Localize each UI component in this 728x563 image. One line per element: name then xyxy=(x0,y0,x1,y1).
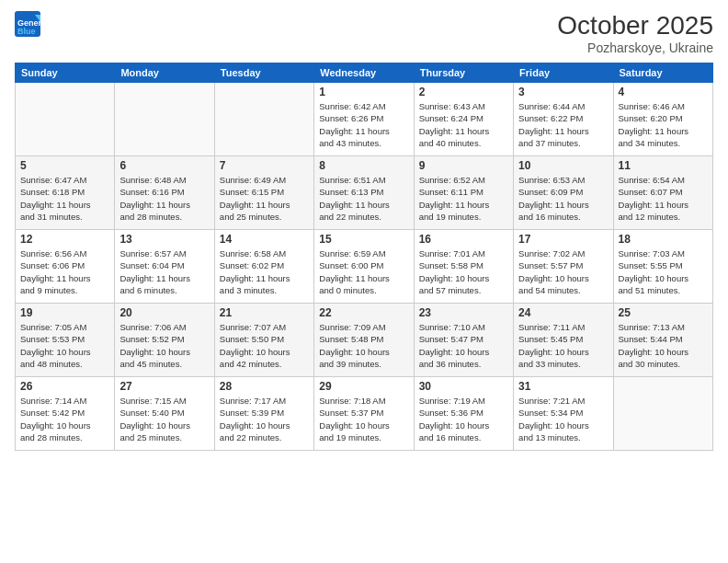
day-number: 5 xyxy=(20,159,109,172)
day-number: 3 xyxy=(518,86,608,98)
calendar: SundayMondayTuesdayWednesdayThursdayFrid… xyxy=(15,63,713,451)
day-number: 13 xyxy=(119,233,209,246)
calendar-cell: 1Sunrise: 6:42 AMSunset: 6:26 PMDaylight… xyxy=(314,83,414,156)
calendar-cell: 31Sunrise: 7:21 AMSunset: 5:34 PMDayligh… xyxy=(514,377,613,451)
calendar-cell: 9Sunrise: 6:52 AMSunset: 6:11 PMDaylight… xyxy=(414,156,513,230)
day-number: 30 xyxy=(419,380,508,393)
day-number: 20 xyxy=(119,306,209,319)
logo: General Blue xyxy=(15,11,42,42)
day-info: Sunrise: 6:47 AMSunset: 6:18 PMDaylight:… xyxy=(20,174,109,223)
day-info: Sunrise: 7:11 AMSunset: 5:45 PMDaylight:… xyxy=(518,321,608,370)
day-info: Sunrise: 7:19 AMSunset: 5:36 PMDaylight:… xyxy=(419,395,508,443)
weekday-monday: Monday xyxy=(115,63,214,83)
week-row-5: 26Sunrise: 7:14 AMSunset: 5:42 PMDayligh… xyxy=(16,377,713,451)
day-info: Sunrise: 7:05 AMSunset: 5:53 PMDaylight:… xyxy=(20,321,109,370)
day-number: 24 xyxy=(518,306,608,319)
calendar-cell: 3Sunrise: 6:44 AMSunset: 6:22 PMDaylight… xyxy=(514,83,613,156)
weekday-wednesday: Wednesday xyxy=(314,63,414,83)
week-row-3: 12Sunrise: 6:56 AMSunset: 6:06 PMDayligh… xyxy=(16,230,713,304)
day-number: 15 xyxy=(319,233,408,246)
weekday-saturday: Saturday xyxy=(613,63,712,83)
weekday-header-row: SundayMondayTuesdayWednesdayThursdayFrid… xyxy=(16,63,713,83)
calendar-cell: 7Sunrise: 6:49 AMSunset: 6:15 PMDaylight… xyxy=(214,156,313,230)
day-info: Sunrise: 6:49 AMSunset: 6:15 PMDaylight:… xyxy=(220,174,309,223)
calendar-cell: 4Sunrise: 6:46 AMSunset: 6:20 PMDaylight… xyxy=(613,83,712,156)
day-info: Sunrise: 6:56 AMSunset: 6:06 PMDaylight:… xyxy=(20,247,109,296)
calendar-cell: 20Sunrise: 7:06 AMSunset: 5:52 PMDayligh… xyxy=(115,304,214,377)
weekday-thursday: Thursday xyxy=(414,63,513,83)
calendar-cell: 29Sunrise: 7:18 AMSunset: 5:37 PMDayligh… xyxy=(314,377,414,451)
day-info: Sunrise: 6:58 AMSunset: 6:02 PMDaylight:… xyxy=(220,247,309,296)
calendar-cell: 27Sunrise: 7:15 AMSunset: 5:40 PMDayligh… xyxy=(115,377,214,451)
calendar-cell xyxy=(115,83,214,156)
calendar-cell: 15Sunrise: 6:59 AMSunset: 6:00 PMDayligh… xyxy=(314,230,414,304)
day-info: Sunrise: 7:03 AMSunset: 5:55 PMDaylight:… xyxy=(619,247,708,296)
day-info: Sunrise: 6:51 AMSunset: 6:13 PMDaylight:… xyxy=(319,174,408,223)
day-number: 22 xyxy=(319,306,408,319)
calendar-cell: 26Sunrise: 7:14 AMSunset: 5:42 PMDayligh… xyxy=(16,377,115,451)
day-number: 26 xyxy=(20,380,109,393)
day-info: Sunrise: 7:06 AMSunset: 5:52 PMDaylight:… xyxy=(119,321,209,370)
calendar-cell: 22Sunrise: 7:09 AMSunset: 5:48 PMDayligh… xyxy=(314,304,414,377)
svg-text:Blue: Blue xyxy=(17,27,36,36)
day-number: 28 xyxy=(220,380,309,393)
day-number: 2 xyxy=(419,86,508,98)
day-info: Sunrise: 7:18 AMSunset: 5:37 PMDaylight:… xyxy=(319,395,408,443)
day-info: Sunrise: 6:42 AMSunset: 6:26 PMDaylight:… xyxy=(319,100,408,149)
calendar-cell: 8Sunrise: 6:51 AMSunset: 6:13 PMDaylight… xyxy=(314,156,414,230)
calendar-cell: 30Sunrise: 7:19 AMSunset: 5:36 PMDayligh… xyxy=(414,377,513,451)
weekday-friday: Friday xyxy=(514,63,613,83)
day-info: Sunrise: 6:43 AMSunset: 6:24 PMDaylight:… xyxy=(419,100,508,149)
calendar-cell: 23Sunrise: 7:10 AMSunset: 5:47 PMDayligh… xyxy=(414,304,513,377)
day-info: Sunrise: 6:48 AMSunset: 6:16 PMDaylight:… xyxy=(119,174,209,223)
day-info: Sunrise: 7:14 AMSunset: 5:42 PMDaylight:… xyxy=(20,395,109,443)
calendar-cell: 12Sunrise: 6:56 AMSunset: 6:06 PMDayligh… xyxy=(16,230,115,304)
day-number: 21 xyxy=(220,306,309,319)
day-info: Sunrise: 7:15 AMSunset: 5:40 PMDaylight:… xyxy=(119,395,209,443)
calendar-cell xyxy=(16,83,115,156)
week-row-1: 1Sunrise: 6:42 AMSunset: 6:26 PMDaylight… xyxy=(16,83,713,156)
day-number: 18 xyxy=(619,233,708,246)
day-info: Sunrise: 7:13 AMSunset: 5:44 PMDaylight:… xyxy=(619,321,708,370)
day-number: 16 xyxy=(419,233,508,246)
day-number: 23 xyxy=(419,306,508,319)
day-number: 14 xyxy=(220,233,309,246)
day-number: 10 xyxy=(518,159,608,172)
day-number: 7 xyxy=(220,159,309,172)
day-number: 1 xyxy=(319,86,408,98)
calendar-cell: 13Sunrise: 6:57 AMSunset: 6:04 PMDayligh… xyxy=(115,230,214,304)
day-info: Sunrise: 7:21 AMSunset: 5:34 PMDaylight:… xyxy=(518,395,608,443)
day-number: 25 xyxy=(619,306,708,319)
day-info: Sunrise: 6:57 AMSunset: 6:04 PMDaylight:… xyxy=(119,247,209,296)
day-number: 6 xyxy=(119,159,209,172)
logo-icon: General Blue xyxy=(15,11,42,39)
calendar-cell: 28Sunrise: 7:17 AMSunset: 5:39 PMDayligh… xyxy=(214,377,313,451)
calendar-cell: 21Sunrise: 7:07 AMSunset: 5:50 PMDayligh… xyxy=(214,304,313,377)
day-info: Sunrise: 6:54 AMSunset: 6:07 PMDaylight:… xyxy=(619,174,708,223)
calendar-cell: 14Sunrise: 6:58 AMSunset: 6:02 PMDayligh… xyxy=(214,230,313,304)
calendar-cell xyxy=(214,83,313,156)
day-number: 31 xyxy=(518,380,608,393)
day-info: Sunrise: 7:02 AMSunset: 5:57 PMDaylight:… xyxy=(518,247,608,296)
day-number: 8 xyxy=(319,159,408,172)
calendar-cell: 11Sunrise: 6:54 AMSunset: 6:07 PMDayligh… xyxy=(613,156,712,230)
day-number: 11 xyxy=(619,159,708,172)
calendar-cell: 5Sunrise: 6:47 AMSunset: 6:18 PMDaylight… xyxy=(16,156,115,230)
calendar-cell: 2Sunrise: 6:43 AMSunset: 6:24 PMDaylight… xyxy=(414,83,513,156)
calendar-cell: 17Sunrise: 7:02 AMSunset: 5:57 PMDayligh… xyxy=(514,230,613,304)
day-info: Sunrise: 6:53 AMSunset: 6:09 PMDaylight:… xyxy=(518,174,608,223)
week-row-2: 5Sunrise: 6:47 AMSunset: 6:18 PMDaylight… xyxy=(16,156,713,230)
header: General Blue October 2025 Pozharskoye, U… xyxy=(15,11,713,55)
calendar-cell: 24Sunrise: 7:11 AMSunset: 5:45 PMDayligh… xyxy=(514,304,613,377)
day-info: Sunrise: 7:10 AMSunset: 5:47 PMDaylight:… xyxy=(419,321,508,370)
calendar-cell: 10Sunrise: 6:53 AMSunset: 6:09 PMDayligh… xyxy=(514,156,613,230)
calendar-cell: 19Sunrise: 7:05 AMSunset: 5:53 PMDayligh… xyxy=(16,304,115,377)
day-number: 29 xyxy=(319,380,408,393)
day-number: 4 xyxy=(619,86,708,98)
title-block: October 2025 Pozharskoye, Ukraine xyxy=(557,11,713,55)
day-number: 12 xyxy=(20,233,109,246)
calendar-cell: 6Sunrise: 6:48 AMSunset: 6:16 PMDaylight… xyxy=(115,156,214,230)
weekday-tuesday: Tuesday xyxy=(214,63,313,83)
day-number: 19 xyxy=(20,306,109,319)
day-info: Sunrise: 7:01 AMSunset: 5:58 PMDaylight:… xyxy=(419,247,508,296)
